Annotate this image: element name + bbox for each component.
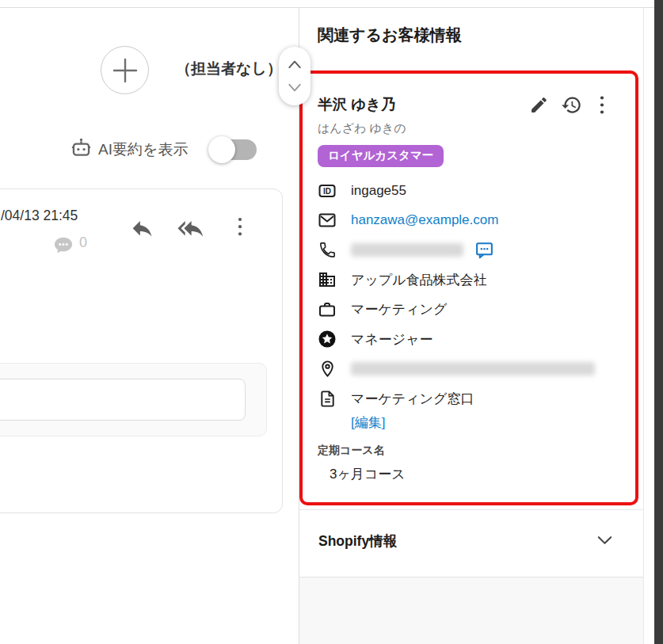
- top-divider: [0, 7, 654, 8]
- panel-footer-area: [299, 577, 643, 644]
- customer-card: 半沢 ゆき乃 はんざわ ゆきの ロイヤルカスタマー ID: [299, 70, 638, 505]
- document-icon: [318, 390, 337, 408]
- briefcase-icon: [318, 300, 337, 319]
- ai-summary-toggle[interactable]: [211, 139, 257, 160]
- customer-department: マーケティング: [351, 300, 447, 318]
- customer-id-row: ID ingage55: [318, 176, 610, 206]
- customer-furigana: はんざわ ゆきの: [318, 121, 610, 136]
- sms-icon[interactable]: [474, 240, 494, 260]
- reply-all-icon: [173, 216, 206, 239]
- customer-note: マーケティング窓口: [351, 390, 474, 408]
- phone-icon: [318, 241, 337, 259]
- assignee-label: （担当者なし）: [176, 59, 282, 79]
- message-timestamp: /04/13 21:45: [1, 208, 78, 224]
- scroll-track-line: [643, 7, 644, 644]
- customer-id: ingage55: [351, 183, 406, 199]
- envelope-icon: [318, 211, 337, 230]
- customer-name: 半沢 ゆき乃: [318, 94, 396, 114]
- customer-role-row: マネージャー: [318, 325, 610, 355]
- course-value: 3ヶ月コース: [330, 465, 610, 483]
- reply-button[interactable]: [129, 216, 155, 242]
- history-icon[interactable]: [561, 94, 582, 116]
- customer-company: アップル食品株式会社: [351, 271, 487, 289]
- reply-all-button[interactable]: [173, 216, 206, 242]
- scroll-stepper: [279, 47, 311, 105]
- app-window: （担当者なし） AI要約を表示 /04/13 21:45 0: [0, 0, 663, 644]
- customer-badge: ロイヤルカスタマー: [318, 145, 444, 167]
- chevron-down-icon[interactable]: [287, 82, 303, 93]
- course-label: 定期コース名: [318, 444, 610, 458]
- comment-count: 0: [79, 234, 87, 251]
- window-edge-strip: [654, 0, 663, 644]
- customer-email-row: hanzawa@example.com: [318, 206, 610, 236]
- message-menu-button[interactable]: [232, 215, 248, 243]
- customer-role: マネージャー: [351, 330, 433, 349]
- chevron-up-icon[interactable]: [287, 59, 303, 70]
- masked-phone-value: [351, 243, 463, 257]
- pin-icon: [318, 360, 337, 378]
- toggle-knob: [208, 136, 235, 163]
- add-assignee-button[interactable]: [101, 46, 149, 94]
- id-badge-icon: ID: [318, 181, 337, 200]
- edit-link[interactable]: [編集]: [351, 415, 385, 430]
- section-divider: [299, 509, 643, 510]
- building-icon: [318, 270, 337, 289]
- shopify-collapse-button[interactable]: [596, 533, 614, 551]
- robot-icon: [69, 135, 93, 163]
- related-customer-title: 関連するお客様情報: [318, 25, 461, 46]
- reply-icon: [129, 216, 155, 239]
- ai-summary-label: AI要約を表示: [98, 139, 188, 160]
- chevron-down-icon: [596, 533, 614, 547]
- svg-text:ID: ID: [323, 186, 331, 195]
- customer-company-row: アップル食品株式会社: [318, 265, 610, 295]
- customer-email-link[interactable]: hanzawa@example.com: [351, 212, 498, 227]
- kebab-icon: [232, 215, 248, 240]
- kebab-icon[interactable]: [594, 94, 610, 116]
- masked-address-value: [351, 362, 595, 375]
- comment-bubble-icon: [52, 235, 74, 258]
- reply-input[interactable]: [0, 379, 246, 421]
- shopify-section-title: Shopify情報: [318, 532, 397, 551]
- star-circle-icon: [318, 330, 337, 349]
- pencil-icon[interactable]: [529, 95, 549, 115]
- customer-note-row: マーケティング窓口: [318, 384, 610, 414]
- plus-icon: [112, 57, 139, 84]
- customer-address-row: [318, 354, 610, 384]
- customer-phone-row: [318, 235, 610, 265]
- customer-department-row: マーケティング: [318, 295, 610, 325]
